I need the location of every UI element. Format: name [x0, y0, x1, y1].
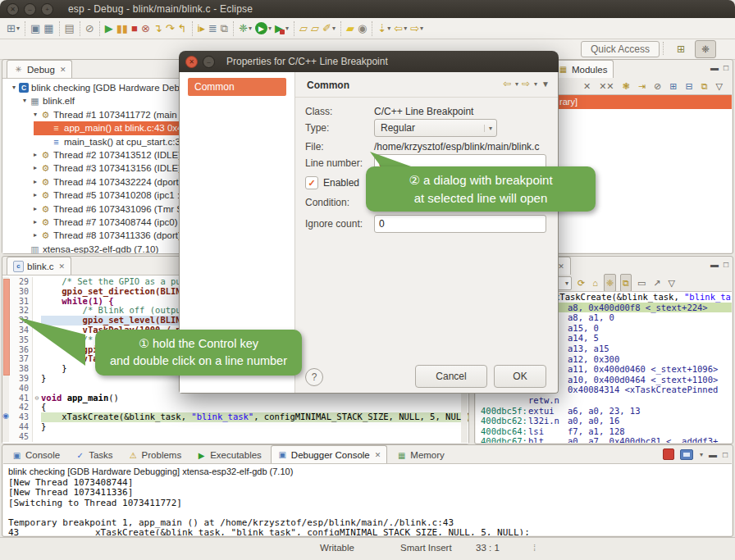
tree-expand-icon[interactable]: ▸: [30, 162, 40, 175]
line-number[interactable]: 31: [9, 297, 33, 307]
step-return-button[interactable]: ↰: [176, 20, 189, 37]
display-console-button[interactable]: [680, 449, 693, 460]
minimize-icon[interactable]: ▬: [710, 63, 719, 72]
instruction-stepping-button[interactable]: i▸: [196, 20, 207, 37]
terminate-console-button[interactable]: [663, 448, 674, 460]
chevron-down-icon[interactable]: ▾: [387, 25, 390, 32]
chevron-down-icon[interactable]: ▾: [285, 25, 289, 32]
cancel-button[interactable]: Cancel: [415, 365, 487, 388]
chevron-down-icon[interactable]: ▾: [420, 25, 423, 32]
close-icon[interactable]: ✕: [60, 66, 66, 74]
show-filter-button[interactable]: ❃: [621, 78, 632, 94]
tree-expand-icon[interactable]: ▸: [30, 175, 40, 189]
save-all-button[interactable]: ▦: [42, 20, 55, 37]
ignore-count-input[interactable]: [374, 215, 546, 233]
highlight-button[interactable]: ▰: [345, 20, 356, 37]
tree-expand-icon[interactable]: ▾: [9, 81, 19, 94]
breakpoint-icon[interactable]: ◉: [2, 412, 9, 420]
editor-line[interactable]: 45: [2, 432, 468, 442]
last-edit-location-button[interactable]: ⇣▾: [376, 20, 392, 37]
annotate-button[interactable]: ✐▾: [321, 20, 337, 37]
dialog-minimize-button[interactable]: –: [203, 56, 215, 68]
tree-expand-icon[interactable]: ▸: [30, 229, 40, 242]
chevron-down-icon[interactable]: ▾: [700, 451, 703, 458]
line-number[interactable]: 44: [9, 422, 33, 432]
help-button[interactable]: ?: [305, 368, 323, 386]
step-over-button[interactable]: ↷: [164, 20, 176, 37]
disassembly-row[interactable]: 400dbc62:l32i.na0, a0, 16: [476, 416, 732, 426]
build-button[interactable]: ▤: [63, 20, 76, 37]
open-folder-button[interactable]: ▱: [309, 20, 321, 37]
skip-all-button[interactable]: ⊘: [652, 78, 663, 94]
modules-selected-row[interactable]: rary]: [548, 95, 732, 109]
disassembly-row[interactable]: 400dbc67:blta0, a7, 0x400dbc81 <__adddf3…: [476, 436, 732, 443]
line-number[interactable]: 30: [9, 287, 33, 297]
chevron-down-icon[interactable]: ▾: [268, 25, 272, 32]
tree-expand-icon[interactable]: ▸: [30, 203, 40, 216]
chevron-down-icon[interactable]: ▾: [515, 80, 518, 88]
step-into-button[interactable]: ↴: [152, 20, 164, 37]
save-button[interactable]: ▣: [29, 20, 42, 37]
debug-button[interactable]: ❈▾: [237, 20, 253, 37]
chevron-down-icon[interactable]: ▾: [332, 25, 336, 32]
open-new-view-button[interactable]: ↗: [651, 275, 662, 291]
forward-button[interactable]: ⇨▾: [409, 20, 425, 37]
window-minimize-button[interactable]: –: [24, 3, 36, 16]
chevron-down-icon[interactable]: ▾: [565, 280, 568, 287]
close-icon[interactable]: ✕: [375, 451, 381, 459]
close-icon[interactable]: ✕: [558, 262, 564, 271]
external-tools-button[interactable]: ▶▾: [273, 20, 290, 37]
disconnect-button[interactable]: ⊗: [139, 20, 152, 37]
tab-memory[interactable]: ▦Memory: [390, 447, 450, 463]
view-menu-button[interactable]: ▽: [714, 78, 724, 94]
occurrences-button[interactable]: ◉: [356, 20, 368, 37]
chevron-down-icon[interactable]: ▾: [534, 80, 537, 88]
type-select[interactable]: Regular ▾: [374, 119, 497, 137]
tree-expand-icon[interactable]: ▾: [30, 108, 40, 121]
run-button[interactable]: ▶▾: [253, 20, 273, 37]
line-number[interactable]: 29: [9, 277, 33, 287]
fold-collapse-icon[interactable]: ⊖: [33, 394, 41, 403]
minimize-icon[interactable]: ▬: [710, 260, 719, 269]
goto-file-button[interactable]: ⇥: [637, 78, 647, 94]
maximize-icon[interactable]: □: [724, 260, 728, 269]
tree-expand-icon[interactable]: ▸: [30, 148, 40, 162]
editor-line[interactable]: 43 xTaskCreate(&blink_task, "blink_task"…: [2, 412, 468, 422]
view-menu-button[interactable]: ▽: [667, 275, 677, 291]
dialog-close-button[interactable]: ✕: [185, 56, 198, 68]
line-number[interactable]: 43: [9, 412, 33, 422]
sync-selection-toggle[interactable]: ⧉: [620, 274, 632, 292]
tab-debugger-console[interactable]: ▣Debugger Console✕: [271, 445, 387, 463]
maximize-icon[interactable]: □: [724, 63, 728, 72]
home-button[interactable]: ⌂: [591, 275, 600, 291]
collapse-all-button[interactable]: ⊟: [683, 78, 694, 94]
dialog-titlebar[interactable]: ✕ – Properties for C/C++ Line Breakpoint: [179, 51, 559, 72]
window-maximize-button[interactable]: +: [41, 3, 53, 16]
ok-button[interactable]: OK: [494, 365, 546, 388]
refresh-button[interactable]: ⟳: [576, 275, 587, 291]
tab-executables[interactable]: ▶Executables: [190, 447, 267, 463]
tree-expand-icon[interactable]: ▸: [30, 216, 40, 229]
disassembly-row[interactable]: 400dbc5f:extuia6, a0, 23, 13: [476, 406, 732, 417]
sidebar-item-common[interactable]: Common: [188, 78, 286, 96]
chevron-down-icon[interactable]: ▾: [249, 25, 252, 32]
line-number[interactable]: 40: [9, 384, 33, 394]
line-number[interactable]: 45: [9, 432, 33, 442]
open-project-button[interactable]: ▱: [298, 20, 309, 37]
enabled-checkbox[interactable]: ✓: [305, 176, 318, 189]
show-source-toggle[interactable]: ❈: [604, 274, 616, 292]
chevron-down-icon[interactable]: ▾: [404, 25, 407, 32]
close-icon[interactable]: ✕: [59, 262, 66, 271]
window-close-button[interactable]: ✕: [7, 3, 19, 16]
debugger-console-output[interactable]: blink checking [GDB Hardware Debugging] …: [3, 463, 732, 535]
back-button[interactable]: ⇦▾: [392, 20, 409, 37]
show-debug-elements-button[interactable]: ≣: [207, 20, 219, 37]
quick-access-box[interactable]: Quick Access: [581, 41, 660, 57]
open-perspective-button[interactable]: ⊞: [671, 41, 691, 57]
expand-all-button[interactable]: ⊞: [668, 78, 678, 94]
remove-selected-button[interactable]: ✕: [582, 78, 592, 94]
suspend-button[interactable]: ▮▮: [115, 20, 130, 37]
tree-expand-icon[interactable]: ▾: [20, 94, 30, 107]
disassembly-row[interactable]: retw.n: [476, 395, 732, 406]
tab-modules[interactable]: ▦ Modules: [551, 60, 614, 78]
